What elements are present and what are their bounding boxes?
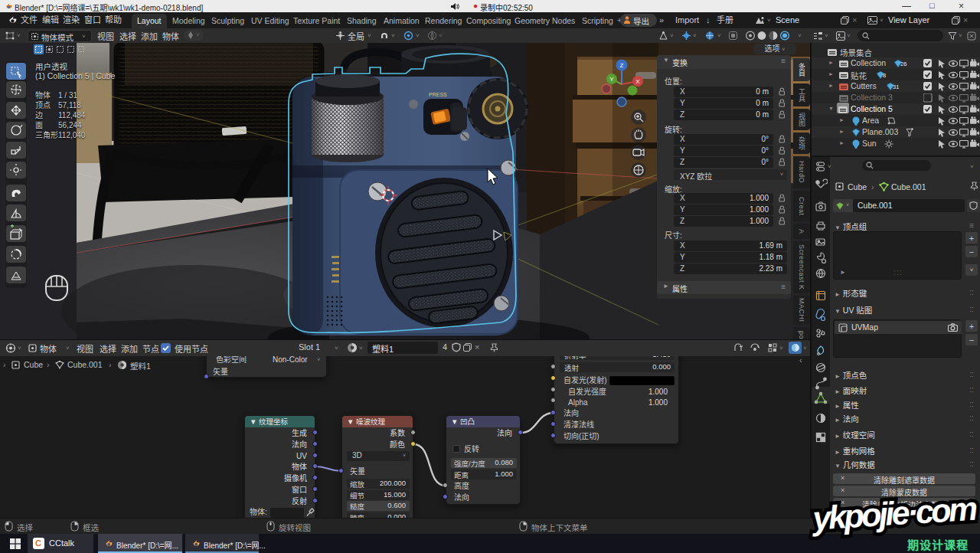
svg-text:X: X: [635, 78, 640, 85]
svg-text:Y: Y: [609, 76, 614, 83]
svg-text:PRESS: PRESS: [429, 92, 447, 97]
svg-text:Z: Z: [620, 62, 624, 69]
